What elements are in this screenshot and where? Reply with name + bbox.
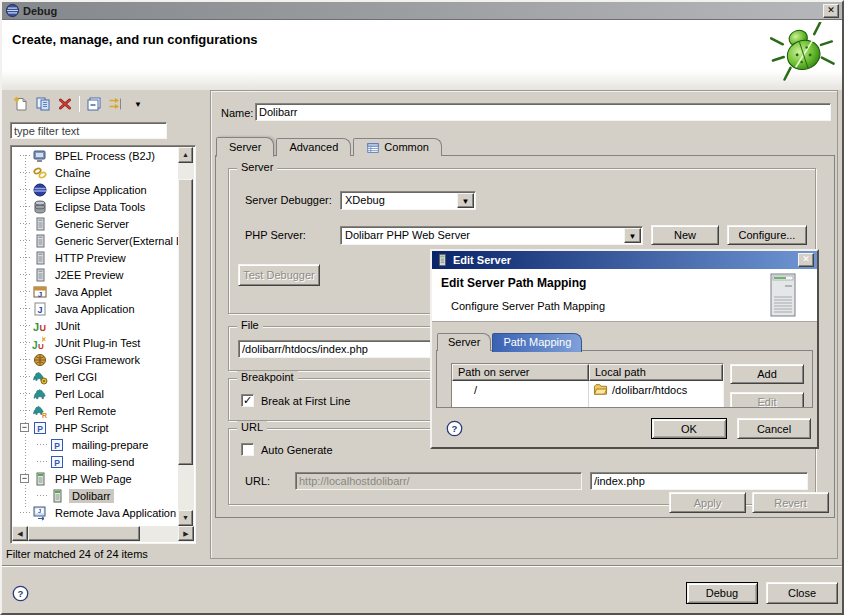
help-icon[interactable]: ? xyxy=(12,585,29,602)
scroll-right-icon[interactable]: ▶ xyxy=(178,526,194,541)
local-path-header[interactable]: Local path xyxy=(589,364,723,381)
tree-item-java-application[interactable]: JJava Application xyxy=(12,300,178,317)
collapse-toggle-icon[interactable]: − xyxy=(20,423,29,432)
scroll-down-icon[interactable]: ▼ xyxy=(178,510,193,526)
tree-item-label: Remote Java Application xyxy=(52,506,178,520)
php-server-select[interactable]: Dolibarr PHP Web Server ▼ xyxy=(340,226,643,245)
chevron-down-icon[interactable]: ▼ xyxy=(624,228,641,243)
path-mapping-row[interactable]: //dolibarr/htdocs xyxy=(452,381,723,398)
duplicate-configuration-icon[interactable] xyxy=(32,93,54,115)
debug-window: Debug ✕ Create, manage, and run configur… xyxy=(0,0,844,615)
tree-item-perl-local[interactable]: Perl Local xyxy=(12,385,178,402)
window-titlebar[interactable]: Debug ✕ xyxy=(2,2,842,20)
toolbar-separator xyxy=(79,96,80,112)
tree-connector xyxy=(20,274,32,275)
tree-connector xyxy=(20,206,32,207)
break-first-line-label[interactable]: Break at First Line xyxy=(261,395,350,407)
dialog-tab-path-mapping[interactable]: Path Mapping xyxy=(492,333,582,352)
debug-button[interactable]: Debug xyxy=(686,582,758,604)
tab-server[interactable]: Server xyxy=(216,137,274,157)
cancel-button[interactable]: Cancel xyxy=(737,418,811,439)
banner: Create, manage, and run configurations xyxy=(2,20,842,90)
svg-text:J: J xyxy=(38,508,41,514)
window-close-icon[interactable]: ✕ xyxy=(823,4,839,18)
dialog-help-icon[interactable]: ? xyxy=(446,420,463,437)
osgi-icon xyxy=(32,352,48,368)
tree-item-junit[interactable]: JUJUnit xyxy=(12,317,178,334)
server-icon xyxy=(32,250,48,266)
delete-configuration-icon[interactable] xyxy=(54,93,76,115)
close-button[interactable]: Close xyxy=(766,582,838,604)
break-first-line-checkbox[interactable]: ✓ xyxy=(241,394,254,407)
tree-item-java-applet[interactable]: JJava Applet xyxy=(12,283,178,300)
collapse-all-icon[interactable] xyxy=(83,93,105,115)
path-mapping-rows: //dolibarr/htdocs xyxy=(452,381,723,398)
add-mapping-button[interactable]: Add xyxy=(730,364,804,384)
name-input[interactable] xyxy=(255,103,831,121)
tree-item-mailing-prepare[interactable]: Pmailing-prepare xyxy=(12,436,178,453)
configure-server-button[interactable]: Configure... xyxy=(727,225,807,245)
path-on-server-header[interactable]: Path on server xyxy=(452,364,589,381)
auto-generate-label[interactable]: Auto Generate xyxy=(261,444,333,456)
tree-item-cha-ne[interactable]: Chaîne xyxy=(12,164,178,181)
tab-advanced[interactable]: Advanced xyxy=(276,138,351,156)
tab-common[interactable]: Common xyxy=(353,138,442,156)
filter-input[interactable] xyxy=(10,122,167,139)
path-on-server-cell[interactable]: / xyxy=(452,381,589,398)
tree-item-j2ee-preview[interactable]: J2EE Preview xyxy=(12,266,178,283)
svg-text:J: J xyxy=(37,305,42,315)
server-group-title: Server xyxy=(237,161,277,173)
dialog-heading: Edit Server Path Mapping xyxy=(441,276,586,290)
tree-item-perl-remote[interactable]: RPerl Remote xyxy=(12,402,178,419)
tree-item-php-web-page[interactable]: −PHP Web Page xyxy=(12,470,178,487)
tree-item-perl-cgi[interactable]: Perl CGI xyxy=(12,368,178,385)
vertical-scroll-thumb[interactable] xyxy=(178,179,193,465)
junit-icon: JU xyxy=(32,318,48,334)
tree-item-label: Perl CGI xyxy=(52,370,100,384)
tree-item-eclipse-data-tools[interactable]: Eclipse Data Tools xyxy=(12,198,178,215)
tree-item-remote-java-application[interactable]: JRemote Java Application xyxy=(12,504,178,521)
tree-item-dolibarr[interactable]: Dolibarr xyxy=(12,487,178,504)
tree-item-bpel-process-b2j[interactable]: BPEL Process (B2J) xyxy=(12,147,178,164)
dialog-tab-server[interactable]: Server xyxy=(437,333,491,351)
tree-vertical-scrollbar[interactable]: ▲ ▼ xyxy=(178,147,194,526)
tree-connector xyxy=(20,512,32,513)
tree-item-junit-plug-in-test[interactable]: JUJUnit Plug-in Test xyxy=(12,334,178,351)
new-configuration-icon[interactable] xyxy=(10,93,32,115)
server-debugger-label: Server Debugger: xyxy=(245,194,332,206)
path-mapping-pane: Path on server Local path //dolibarr/htd… xyxy=(436,350,813,408)
svg-text:?: ? xyxy=(18,588,24,599)
ok-button[interactable]: OK xyxy=(651,418,727,439)
url-path-input[interactable] xyxy=(590,472,808,490)
chevron-down-icon[interactable]: ▼ xyxy=(457,193,474,208)
horizontal-scroll-thumb[interactable] xyxy=(28,526,140,541)
tree-item-http-preview[interactable]: HTTP Preview xyxy=(12,249,178,266)
local-path-cell[interactable]: /dolibarr/htdocs xyxy=(589,381,723,398)
edit-mapping-button: Edit xyxy=(730,392,804,408)
tree-item-label: Java Application xyxy=(52,302,138,316)
svg-text:J: J xyxy=(38,289,42,298)
dialog-close-icon[interactable]: ✕ xyxy=(798,253,814,267)
scroll-up-icon[interactable]: ▲ xyxy=(178,147,193,163)
toolbar-menu-chevron-icon[interactable]: ▼ xyxy=(127,93,149,115)
collapse-toggle-icon[interactable]: − xyxy=(20,474,29,483)
tree-item-generic-server[interactable]: Generic Server xyxy=(12,215,178,232)
server-debugger-select[interactable]: XDebug ▼ xyxy=(340,191,476,210)
filter-configurations-icon[interactable] xyxy=(105,93,127,115)
tree-item-osgi-framework[interactable]: OSGi Framework xyxy=(12,351,178,368)
eclipse-icon xyxy=(5,3,20,18)
scroll-left-icon[interactable]: ◀ xyxy=(12,526,28,541)
auto-generate-checkbox[interactable]: ✓ xyxy=(241,443,254,456)
svg-text:P: P xyxy=(54,457,60,467)
tree-item-generic-server-external-la[interactable]: Generic Server(External La xyxy=(12,232,178,249)
tree-item-mailing-send[interactable]: Pmailing-send xyxy=(12,453,178,470)
dialog-subheading: Configure Server Path Mapping xyxy=(451,300,605,312)
tree-item-php-script[interactable]: −PPHP Script xyxy=(12,419,178,436)
svg-text:R: R xyxy=(42,412,47,419)
new-server-button[interactable]: New xyxy=(651,225,719,245)
dialog-titlebar[interactable]: Edit Server ✕ xyxy=(432,251,817,269)
svg-text:P: P xyxy=(37,423,43,433)
bug-image xyxy=(770,22,836,84)
tree-item-eclipse-application[interactable]: Eclipse Application xyxy=(12,181,178,198)
tree-horizontal-scrollbar[interactable]: ◀ ▶ xyxy=(12,526,194,542)
